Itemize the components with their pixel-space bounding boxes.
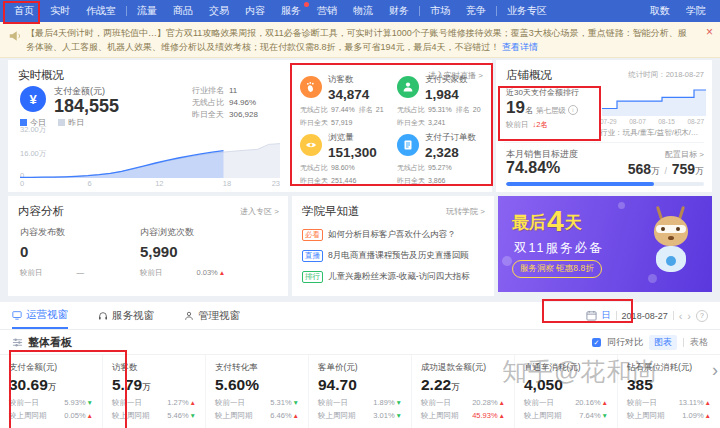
tab-service-viewport[interactable]: 服务视窗: [98, 302, 154, 329]
content-publish-metric: 内容发布数 0 较前日—: [20, 226, 84, 278]
kpi-ztc-cost[interactable]: 直通车消耗(元) 4,050 较前一日20.16%▲ 较上周同期7.64%▼: [515, 355, 618, 428]
academy-article-link[interactable]: 直播 8月电商直播课程预告及历史直播回顾: [302, 248, 486, 264]
nav-item-finance[interactable]: 财务: [381, 4, 417, 18]
tab-management-viewport[interactable]: 管理视窗: [184, 302, 240, 329]
nav-item-content[interactable]: 内容: [237, 4, 273, 18]
industry-label: 行业：玩具/童车/益智/积木/…: [600, 128, 706, 138]
table-view-toggle[interactable]: 表格: [690, 336, 708, 349]
prev-date-icon[interactable]: ‹: [679, 311, 683, 321]
target-progress-values: 568万 / 759万: [628, 161, 704, 178]
nav-item-market[interactable]: 市场: [422, 4, 458, 18]
nav-item-home[interactable]: 首页: [6, 4, 42, 18]
configure-target-link[interactable]: 配置目标 >: [665, 149, 704, 160]
metric-sub-row: 昨日全天3,241: [397, 118, 486, 128]
content-card-title: 内容分析: [18, 204, 64, 219]
enter-zone-link[interactable]: 进入专区 >: [240, 206, 279, 217]
metric-pay-buyers[interactable]: 支付买家数 1,984 无线占比95.31%排名20 昨日全天3,241: [391, 70, 488, 128]
realtime-area-chart: [20, 128, 280, 178]
sliders-icon: [12, 337, 23, 348]
rank-chart-x-ticks: 07-2908-0708-1508-27: [600, 118, 704, 125]
monitor-icon: [12, 310, 22, 320]
viewport-tab-bar: 运营视窗 服务视窗 管理视窗 日 2018-08-27 ‹ › ?: [0, 302, 720, 330]
granularity-day[interactable]: 日: [602, 309, 611, 322]
metric-sub-row: 昨日全天251,446: [300, 176, 389, 186]
realtime-card-title: 实时概况: [18, 68, 64, 83]
nav-item-business-zone[interactable]: 业务专区: [499, 4, 555, 18]
nav-item-marketing[interactable]: 营销: [309, 4, 345, 18]
banner-subtitle: 双11服务必备: [514, 240, 603, 257]
nav-item-realtime[interactable]: 实时: [42, 4, 78, 18]
date-value[interactable]: 2018-08-27: [622, 311, 668, 321]
kpi-visitors[interactable]: 访客数 5.79万 较前一日1.27%▲ 较上周同期5.46%▼: [103, 355, 206, 428]
yuan-icon: ¥: [20, 86, 46, 112]
tag-badge: 必看: [302, 229, 323, 241]
kpi-diamond-booth-cost[interactable]: 钻石展位消耗(元) 385 较前一日13.11%▲ 较上周同期1.09%▲: [618, 355, 720, 428]
calendar-icon[interactable]: [586, 310, 597, 321]
nav-item-logistics[interactable]: 物流: [345, 4, 381, 18]
metric-visitors[interactable]: 访客数 34,874 无线占比97.44%排名21 昨日全天57,919: [294, 70, 391, 128]
nav-item-competition[interactable]: 竞争: [458, 4, 494, 18]
promo-banner[interactable]: 最后4天 双11服务必备 服务洞察 钜惠8.8折: [498, 196, 712, 292]
peer-compare-checkbox[interactable]: ✓: [592, 338, 601, 347]
peer-compare-label: 同行对比: [607, 336, 643, 349]
help-icon[interactable]: ?: [696, 310, 708, 322]
announcement-bar: 【最后4天倒计时，两班轮值中…】官方双11攻略效果周报，双11必备诊断工具，可实…: [0, 22, 720, 58]
metric-pay-suborders[interactable]: 支付子订单数 2,328 无线占比95.27% 昨日全天3,866: [391, 128, 488, 186]
yesterday-total-row: 昨日全天306,928: [192, 109, 258, 121]
separator: [616, 311, 617, 320]
close-icon[interactable]: ×: [706, 26, 713, 38]
next-date-icon[interactable]: ›: [687, 311, 691, 321]
academy-article-link[interactable]: 排行 儿童兴趣粉丝来源-收藏-访问四大指标: [302, 269, 486, 285]
headset-icon: [98, 311, 108, 321]
academy-article-link[interactable]: 必看 如何分析目标客户喜欢什么内容？: [302, 227, 486, 243]
trend-arrow-icon: ▲: [499, 399, 505, 406]
nav-item-data-fetch[interactable]: 取数: [642, 4, 678, 18]
kpi-refund-amount[interactable]: 成功退款金额(元) 2.22万 较前一日20.28%▲ 较上周同期45.93%▲: [412, 355, 515, 428]
rank-30d-label: 近30天支付金额排行: [506, 87, 579, 98]
industry-rank-row: 行业排名11: [192, 85, 258, 97]
nav-item-goods[interactable]: 商品: [165, 4, 201, 18]
realtime-side-stats: 行业排名11 无线占比94.96% 昨日全天306,928: [192, 85, 258, 121]
target-progress-bar: [506, 182, 704, 186]
banner-offer-pill: 服务洞察 钜惠8.8折: [512, 260, 602, 278]
academy-more-link[interactable]: 玩转学院 >: [446, 206, 485, 217]
nav-item-warroom[interactable]: 作战室: [78, 4, 124, 18]
view-details-link[interactable]: 查看详情: [502, 42, 538, 52]
wireless-share-row: 无线占比94.96%: [192, 97, 258, 109]
x-axis-ticks: 0 6 12 18 23: [20, 179, 280, 189]
academy-card-title: 学院早知道: [302, 204, 360, 219]
metric-value: 1,984: [425, 87, 468, 102]
kpi-pay-amount[interactable]: 支付金额(元) 30.69万 较前一日5.93%▼ 较上周同期0.05%▲: [0, 355, 103, 428]
kpi-avg-order-value[interactable]: 客单价(元) 94.70 较前一日1.89%▼ 较上周同期3.01%▼: [309, 355, 412, 428]
trend-arrow-icon: ▼: [87, 399, 93, 406]
tag-badge: 直播: [302, 250, 323, 262]
metric-label: 访客数: [328, 74, 369, 86]
dashboard-section: 运营视窗 服务视窗 管理视窗 日 2018-08-27 ‹ › ? 整体看板 ✓…: [0, 302, 720, 428]
nav-item-traffic[interactable]: 流量: [129, 4, 165, 18]
info-icon[interactable]: i: [568, 105, 578, 115]
metric-label: 支付子订单数: [425, 132, 476, 144]
announcement-text: 【最后4天倒计时，两班轮值中…】官方双11攻略效果周报，双11必备诊断工具，可实…: [26, 28, 687, 52]
nav-item-academy[interactable]: 学院: [678, 4, 714, 18]
rank-down-indicator: ↓2名: [533, 120, 548, 129]
metric-sub-row: 无线占比98.60%: [300, 163, 389, 173]
tab-operations-viewport[interactable]: 运营视窗: [12, 302, 68, 329]
trend-arrow-icon: ▼: [602, 412, 608, 419]
nav-item-service[interactable]: 服务: [273, 4, 309, 18]
target-progress-pct: 74.84%: [506, 159, 560, 177]
trend-arrow-icon: ▲: [219, 269, 225, 276]
stat-time: 统计时间：2018-08-27: [628, 70, 704, 80]
date-picker: 日 2018-08-27 ‹ › ?: [586, 309, 708, 322]
nav-item-trade[interactable]: 交易: [201, 4, 237, 18]
trend-arrow-icon: ▲: [87, 412, 93, 419]
metric-sub-row: 昨日全天3,866: [397, 176, 486, 186]
kpi-conversion-rate[interactable]: 支付转化率 5.60% 较前一日5.31%▼ 较上周同期6.46%▲: [206, 355, 309, 428]
academy-news-card: 学院早知道 玩转学院 > 必看 如何分析目标客户喜欢什么内容？ 直播 8月电商直…: [292, 196, 494, 296]
metric-pageviews[interactable]: 浏览量 151,300 无线占比98.60% 昨日全天251,446: [294, 128, 391, 186]
content-views-metric: 内容浏览次数 5,990 较前日0.03%▲: [140, 226, 225, 278]
chart-view-toggle[interactable]: 图表: [649, 335, 677, 350]
kpi-row: 支付金额(元) 30.69万 较前一日5.93%▼ 较上周同期0.05%▲ 访客…: [0, 354, 720, 428]
trend-arrow-icon: ▲: [705, 412, 711, 419]
tag-badge: 排行: [302, 271, 323, 283]
metric-sub-row: 无线占比95.27%: [397, 163, 486, 173]
